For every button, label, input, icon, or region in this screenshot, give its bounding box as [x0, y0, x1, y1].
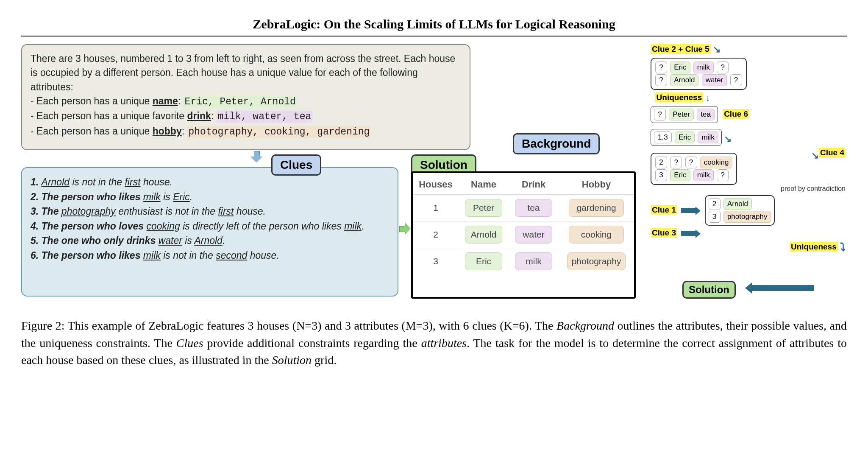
table-row: 2 Arnold water cooking	[413, 221, 634, 248]
arrow-hook-icon: ⤵	[840, 241, 846, 253]
trace-step-5: 2 Arnold 3 photography	[705, 195, 775, 226]
arrow-right-icon	[399, 222, 412, 235]
arrow-right-icon	[681, 206, 701, 215]
clues-tag: Clues	[271, 154, 321, 176]
clue-5: 5. The one who only drinks water is Arno…	[31, 233, 389, 248]
trace-step-1: ? Eric milk ? ? Arnold water ?	[651, 58, 747, 90]
table-row: 3 Eric milk photography	[413, 248, 634, 275]
background-tag: Background	[513, 133, 600, 154]
figure-caption: Figure 2: This example of ZebraLogic fea…	[21, 317, 847, 369]
paper-title: ZebraLogic: On the Scaling Limits of LLM…	[21, 17, 847, 36]
bg-attr-drink: - Each person has a unique favorite drin…	[31, 109, 461, 124]
bg-attr-hobby: - Each person has a unique hobby: photog…	[31, 124, 461, 139]
th-houses: Houses	[413, 173, 459, 195]
arrow-down-icon	[250, 151, 263, 163]
clue-2: 2. The person who likes milk is Eric.	[31, 190, 389, 204]
th-name: Name	[459, 173, 509, 195]
clue-1: 1. Arnold is not in the first house.	[31, 175, 389, 190]
background-panel: There are 3 houses, numbered 1 to 3 from…	[21, 44, 470, 150]
arrow-diag-icon: ↘	[713, 44, 721, 55]
th-drink: Drink	[509, 173, 559, 195]
clue-4: 4. The person who loves cooking is direc…	[31, 219, 389, 234]
arrow-right-icon	[681, 229, 701, 238]
arrow-down-icon: ↓	[706, 92, 710, 103]
solution-table: Houses Name Drink Hobby 1 Peter tea gard…	[411, 171, 636, 299]
clue-3: 3. The photography enthusiast is not in …	[31, 204, 389, 219]
arrow-left-large-icon	[750, 283, 835, 294]
trace-step-4: 2 ? ? cooking 3 Eric milk ?	[651, 153, 737, 185]
reasoning-trace: Clue 2 + Clue 5 ↘ ? Eric milk ? ? Arnold…	[651, 44, 846, 256]
bg-attr-name: - Each person has a unique name: Eric, P…	[31, 94, 461, 109]
table-row: 1 Peter tea gardening	[413, 195, 634, 221]
clue-6: 6. The person who likes milk is not in t…	[31, 248, 389, 263]
contradiction-note: proof by contradiction	[651, 185, 846, 193]
clues-panel: 1. Arnold is not in the first house. 2. …	[21, 167, 398, 297]
solution-tag-2: Solution	[682, 281, 736, 299]
th-hobby: Hobby	[559, 173, 634, 195]
figure: There are 3 houses, numbered 1 to 3 from…	[21, 44, 847, 307]
arrow-curve-icon: ↘	[724, 134, 732, 144]
trace-step-3: 1,3 Eric milk	[651, 129, 722, 146]
arrow-curve-icon: ↘	[811, 150, 819, 161]
bg-intro: There are 3 houses, numbered 1 to 3 from…	[31, 52, 461, 94]
trace-step-2: ? Peter tea	[651, 106, 718, 123]
